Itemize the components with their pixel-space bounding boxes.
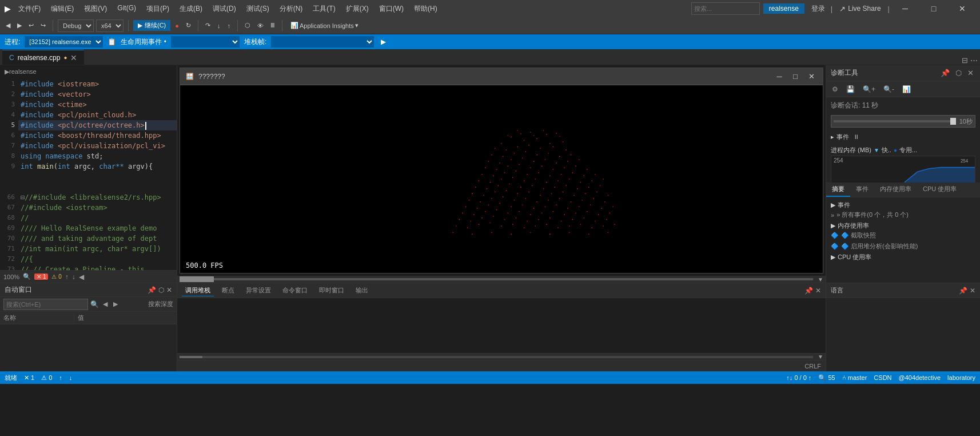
auto-pin-btn[interactable]: 📌: [148, 286, 156, 294]
output-tab[interactable]: 输出: [352, 285, 372, 296]
stack-select[interactable]: [271, 36, 374, 47]
thread-select[interactable]: [171, 36, 240, 47]
diag-zoom-in-btn[interactable]: 🔍+: [861, 85, 878, 94]
diag-save-btn[interactable]: 💾: [844, 85, 857, 94]
viz-scroll-thumb[interactable]: [180, 276, 214, 282]
warning-count[interactable]: ⚠ 0: [41, 374, 52, 382]
platform-select[interactable]: x64: [96, 19, 124, 32]
process-select[interactable]: [32152] realsense.exe: [25, 36, 103, 47]
step-out[interactable]: ↑: [225, 21, 233, 30]
slider-thumb[interactable]: [950, 118, 956, 125]
heap-item[interactable]: 🔷 🔷 启用堆分析(会影响性能): [831, 242, 975, 251]
breakpoints-tab[interactable]: 断点: [218, 285, 238, 296]
toolbar-forward[interactable]: ▶: [15, 21, 24, 30]
viz-panel-close[interactable]: ✕: [815, 287, 821, 295]
exceptions-tab[interactable]: 异常设置: [242, 285, 274, 296]
error-count[interactable]: ✕ 1: [24, 374, 34, 382]
diag-time-slider[interactable]: 10秒: [831, 115, 975, 128]
lang-pin-btn[interactable]: 📌: [959, 287, 967, 295]
immediate-tab[interactable]: 即时窗口: [316, 285, 348, 296]
viz-close-btn[interactable]: ✕: [806, 71, 817, 82]
auto-search-input[interactable]: [3, 299, 88, 310]
auto-float-btn[interactable]: ⬡: [158, 286, 164, 294]
menu-extensions[interactable]: 扩展(X): [341, 3, 373, 15]
redo-btn[interactable]: ↪: [38, 21, 48, 30]
menu-project[interactable]: 项目(P): [142, 3, 174, 15]
continue-btn[interactable]: ▶ 继续(C): [133, 20, 170, 31]
code-content[interactable]: #include <iostream> #include <vector> #i…: [18, 78, 177, 270]
debug-mode-select[interactable]: Debug: [58, 19, 94, 32]
zoom-level[interactable]: 🔍 55: [818, 374, 835, 382]
menu-view[interactable]: 视图(V): [79, 3, 111, 15]
menu-test[interactable]: 测试(S): [242, 3, 274, 15]
memory-usage-title[interactable]: ▶ 内存使用率: [831, 221, 975, 230]
git-branch[interactable]: ⑃ master: [842, 374, 867, 382]
callstack-tab[interactable]: 调用堆栈: [182, 285, 214, 296]
step-into[interactable]: ↓: [215, 21, 223, 30]
menu-debug[interactable]: 调试(D): [208, 3, 241, 15]
live-share-btn[interactable]: ↗ Live Share: [835, 3, 885, 14]
diag-tab-summary[interactable]: 摘要: [826, 183, 850, 197]
search-icon[interactable]: 🔍: [90, 300, 99, 308]
diag-tab-events[interactable]: 事件: [850, 183, 874, 197]
toolbar-back[interactable]: ◀: [3, 21, 13, 30]
tab-close-btn[interactable]: ✕: [70, 53, 77, 62]
events-title[interactable]: ▸ 事件 ⏸: [831, 132, 975, 141]
menu-tools[interactable]: 工具(T): [308, 3, 340, 15]
step-over[interactable]: ↷: [203, 21, 213, 30]
menu-git[interactable]: Git(G): [113, 3, 141, 15]
breakpoints-btn[interactable]: ⬡: [242, 21, 253, 30]
login-btn[interactable]: 登录: [808, 3, 828, 15]
lang-close-btn[interactable]: ✕: [970, 287, 975, 295]
watch-btn[interactable]: 👁: [255, 21, 266, 30]
scroll-left[interactable]: ◀: [79, 273, 84, 281]
cpu-lower-title[interactable]: ▶ CPU 使用率: [831, 253, 975, 261]
nav-down-status[interactable]: ↓: [69, 374, 73, 381]
menu-help[interactable]: 帮助(H): [409, 3, 442, 15]
viz-scroll-down[interactable]: ▼: [815, 276, 826, 283]
tab-realsense-cpp[interactable]: C realsense.cpp ● ✕: [2, 50, 84, 65]
pause-btn[interactable]: ⏸: [851, 132, 861, 141]
more-options-icon[interactable]: ⋯: [970, 56, 978, 65]
diag-float-btn[interactable]: ⬡: [954, 68, 963, 78]
snapshot-item[interactable]: 🔷 🔷 截取快照: [831, 231, 975, 240]
nav-up[interactable]: ↑: [65, 273, 69, 281]
nav-up-status[interactable]: ↑: [59, 374, 62, 381]
undo-btn[interactable]: ↩: [26, 21, 36, 30]
menu-file[interactable]: 文件(F): [14, 3, 45, 15]
command-tab[interactable]: 命令窗口: [279, 285, 311, 296]
record-btn[interactable]: ●: [173, 21, 181, 30]
viz-minimize-btn[interactable]: ─: [774, 71, 785, 82]
menu-analyze[interactable]: 分析(N): [275, 3, 308, 15]
diag-pin-btn[interactable]: 📌: [939, 68, 951, 78]
bottom-scroll-thumb[interactable]: [180, 356, 202, 358]
viz-panel-pin[interactable]: 📌: [804, 287, 813, 295]
viz-scrollbar[interactable]: ▼: [177, 276, 826, 283]
minimize-btn[interactable]: ─: [892, 0, 918, 17]
diag-tab-cpu[interactable]: CPU 使用率: [917, 183, 962, 197]
diag-chart-btn[interactable]: 📊: [900, 85, 913, 94]
menu-edit[interactable]: 编辑(E): [46, 3, 78, 15]
auto-close-btn[interactable]: ✕: [166, 286, 172, 294]
diag-tab-memory[interactable]: 内存使用率: [874, 183, 917, 197]
diag-settings-btn[interactable]: ⚙: [830, 85, 840, 94]
maximize-btn[interactable]: □: [921, 0, 947, 17]
bottom-viz-scrollbar[interactable]: ▼: [177, 353, 826, 360]
zoom-icon[interactable]: 🔍: [23, 273, 31, 280]
app-insights-btn[interactable]: 📊 Application Insights ▾: [287, 21, 362, 30]
menu-window[interactable]: 窗口(W): [375, 3, 408, 15]
diag-close-btn[interactable]: ✕: [966, 68, 975, 78]
viz-maximize-btn[interactable]: □: [790, 71, 801, 82]
auto-back-btn[interactable]: ◀: [101, 300, 109, 308]
close-btn[interactable]: ✕: [949, 0, 975, 17]
memory-btn[interactable]: Ⅲ: [268, 21, 277, 30]
diag-zoom-out-btn[interactable]: 🔍-: [881, 85, 897, 94]
events-lower-title[interactable]: ▶ 事件: [831, 201, 975, 209]
bottom-scroll-right[interactable]: ▼: [815, 354, 826, 360]
menu-build[interactable]: 生成(B): [175, 3, 207, 15]
restart-btn[interactable]: ↻: [184, 21, 193, 30]
auto-forward-btn[interactable]: ▶: [111, 300, 119, 308]
search-input[interactable]: [691, 2, 760, 15]
nav-down[interactable]: ↓: [72, 273, 75, 281]
split-editor-icon[interactable]: ⊟: [962, 56, 968, 65]
